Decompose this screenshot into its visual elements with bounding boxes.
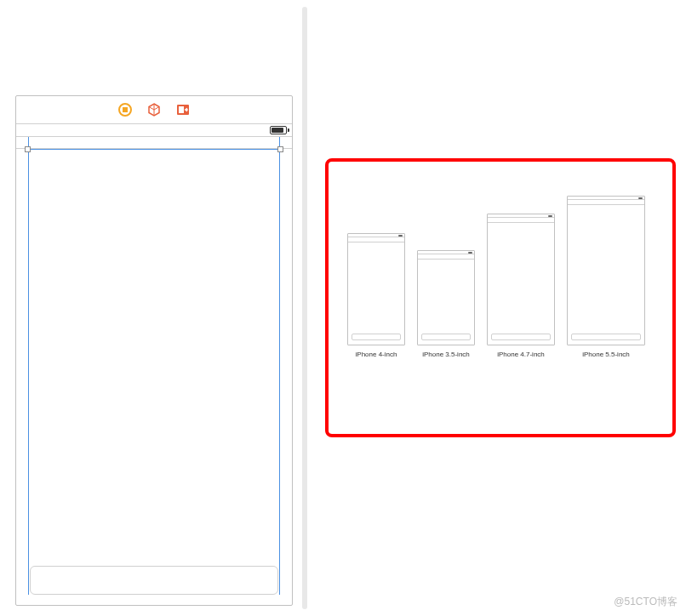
- device-label: iPhone 5.5-inch: [582, 351, 630, 358]
- sizeclass-icon[interactable]: [118, 103, 132, 117]
- device-preview-iphone-55[interactable]: iPhone 5.5-inch: [567, 196, 645, 358]
- canvas-pane[interactable]: [0, 0, 298, 616]
- device-nav-bar: [348, 237, 404, 242]
- selection-handle-tl[interactable]: [25, 146, 31, 152]
- device-text-field: [352, 334, 401, 340]
- watermark: @51CTO博客: [614, 595, 677, 609]
- object-icon[interactable]: [147, 103, 161, 117]
- device-preview-iphone-35[interactable]: iPhone 3.5-inch: [417, 250, 475, 358]
- svg-rect-3: [179, 106, 184, 113]
- device-text-field: [421, 334, 471, 340]
- device-nav-bar: [488, 218, 554, 223]
- device-frame: [417, 250, 475, 345]
- ib-toolbar: [118, 103, 190, 117]
- trailing-guide: [279, 137, 280, 595]
- text-field[interactable]: [30, 566, 278, 595]
- embedded-icon[interactable]: [176, 103, 190, 117]
- preview-panel[interactable]: iPhone 4-inch iPhone 3.5-inch iPhone 4.7: [325, 158, 676, 437]
- leading-guide: [28, 137, 29, 595]
- device-status-bar: [568, 197, 644, 200]
- device-label: iPhone 4.7-inch: [497, 351, 545, 358]
- device-label: iPhone 4-inch: [356, 351, 397, 358]
- device-text-field: [491, 334, 551, 340]
- device-status-bar: [418, 251, 474, 254]
- device-status-bar: [348, 234, 404, 237]
- device-previews: iPhone 4-inch iPhone 3.5-inch iPhone 4.7: [347, 196, 645, 358]
- device-preview-iphone-47[interactable]: iPhone 4.7-inch: [487, 214, 555, 358]
- battery-icon: [270, 126, 287, 134]
- pane-separator[interactable]: [300, 7, 310, 609]
- device-frame: [567, 196, 645, 345]
- device-preview-iphone-4[interactable]: iPhone 4-inch: [347, 233, 405, 358]
- status-bar: [16, 123, 292, 137]
- device-status-bar: [488, 214, 554, 218]
- device-label: iPhone 3.5-inch: [422, 351, 470, 358]
- device-frame: [487, 214, 555, 345]
- top-guide: [28, 149, 280, 150]
- device-nav-bar: [418, 254, 474, 260]
- device-frame: [347, 233, 405, 345]
- svg-rect-1: [123, 107, 128, 112]
- interface-builder-canvas[interactable]: [15, 95, 293, 606]
- device-nav-bar: [568, 200, 644, 205]
- selection-handle-tr[interactable]: [277, 146, 283, 152]
- layout-guides: [28, 137, 280, 605]
- device-text-field: [571, 334, 641, 340]
- preview-pane: iPhone 4-inch iPhone 3.5-inch iPhone 4.7: [315, 0, 686, 616]
